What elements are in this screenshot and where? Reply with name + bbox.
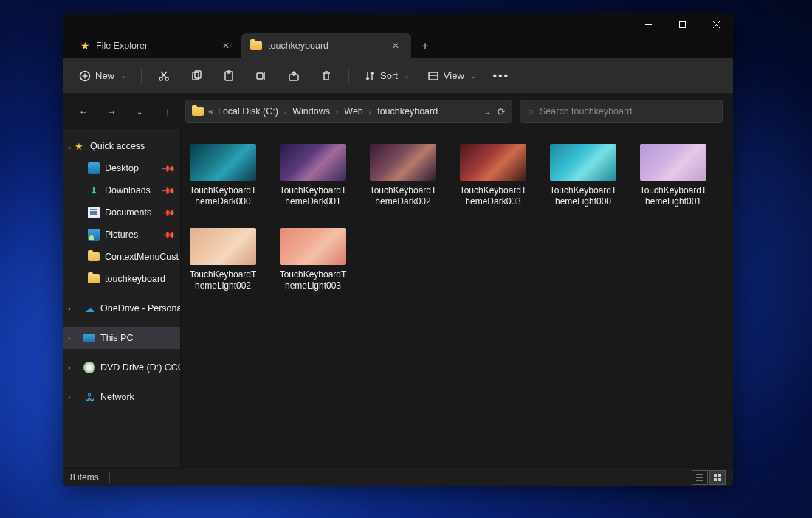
close-icon[interactable]: ✕	[219, 39, 233, 52]
file-item[interactable]: TouchKeyboardThemeDark002	[368, 144, 438, 207]
file-item[interactable]: TouchKeyboardThemeLight003	[278, 228, 348, 291]
breadcrumb[interactable]: Windows	[292, 106, 330, 117]
chevron-down-icon: ⌄	[470, 72, 476, 80]
tab-file-explorer[interactable]: ★ File Explorer ✕	[72, 33, 241, 58]
thumbnail	[640, 144, 706, 181]
maximize-button[interactable]	[665, 13, 699, 36]
file-item[interactable]: TouchKeyboardThemeLight000	[548, 144, 618, 207]
thumbnails-view-button[interactable]	[709, 470, 726, 485]
sidebar-item-label: Documents	[105, 207, 151, 218]
minimize-button[interactable]	[631, 13, 665, 36]
file-name: TouchKeyboardThemeLight003	[278, 269, 348, 291]
close-icon[interactable]: ✕	[389, 39, 402, 52]
svg-line-9	[162, 72, 167, 77]
sort-button[interactable]: Sort ⌄	[357, 63, 417, 89]
sidebar-item-desktop[interactable]: Desktop📌	[63, 157, 180, 179]
item-count: 8 items	[70, 472, 99, 483]
view-button[interactable]: View ⌄	[420, 63, 484, 89]
chevron-right-icon[interactable]: ›	[64, 393, 75, 401]
breadcrumb[interactable]: Web	[344, 106, 362, 117]
delete-button[interactable]	[312, 63, 341, 89]
thumbnail	[190, 228, 256, 265]
cut-button[interactable]	[149, 63, 179, 89]
sidebar-item-contextmenucust[interactable]: ContextMenuCust	[63, 246, 180, 268]
sidebar-item-this-pc[interactable]: ›This PC	[63, 327, 180, 349]
file-name: TouchKeyboardThemeLight002	[188, 269, 258, 291]
back-button[interactable]: ←	[73, 101, 94, 122]
rename-button[interactable]	[247, 63, 276, 89]
chevron-right-icon[interactable]: ›	[64, 305, 75, 313]
tab-label: File Explorer	[96, 41, 148, 51]
status-bar: 8 items	[63, 467, 733, 486]
search-box[interactable]: ⌕ Search touchkeyboard	[520, 100, 723, 123]
file-item[interactable]: TouchKeyboardThemeLight001	[639, 144, 708, 207]
up-button[interactable]: ↑	[157, 101, 178, 122]
file-list[interactable]: TouchKeyboardThemeDark000 TouchKeyboardT…	[181, 129, 733, 467]
sidebar-item-downloads[interactable]: ⬇Downloads📌	[63, 179, 180, 201]
sidebar-item-label: This PC	[100, 333, 133, 343]
chevron-right-icon: ›	[334, 108, 340, 116]
sidebar-item-label: Desktop	[105, 163, 139, 173]
download-icon: ⬇	[88, 184, 100, 196]
file-item[interactable]: TouchKeyboardThemeDark000	[188, 144, 258, 207]
star-icon: ★	[80, 40, 90, 52]
file-item[interactable]: TouchKeyboardThemeLight002	[188, 228, 258, 291]
sidebar-item-label: Downloads	[105, 185, 151, 196]
address-bar[interactable]: « Local Disk (C:) › Windows › Web › touc…	[185, 100, 512, 123]
chevron-right-icon: ›	[283, 108, 288, 116]
chevron-right-icon[interactable]: ›	[64, 364, 75, 372]
sidebar-quick-access[interactable]: ⌄ ★ Quick access	[63, 135, 180, 157]
pictures-icon	[88, 229, 100, 241]
sidebar-item-dvd[interactable]: ›DVD Drive (D:) CCCO	[63, 356, 180, 379]
svg-rect-15	[257, 73, 263, 79]
file-item[interactable]: TouchKeyboardThemeDark001	[278, 144, 348, 207]
new-label: New	[95, 70, 114, 81]
paste-button[interactable]	[214, 63, 244, 89]
new-button[interactable]: New ⌄	[72, 63, 134, 89]
chevron-down-icon[interactable]: ⌄	[484, 108, 490, 116]
sidebar-item-label: Pictures	[105, 229, 138, 240]
folder-icon	[88, 252, 100, 261]
refresh-button[interactable]: ⟳	[498, 106, 506, 117]
sidebar-item-documents[interactable]: Documents📌	[63, 201, 180, 224]
file-item[interactable]: TouchKeyboardThemeDark003	[458, 144, 528, 207]
tab-touchkeyboard[interactable]: touchkeyboard ✕	[241, 33, 411, 58]
chevron-right-icon[interactable]: ›	[64, 334, 75, 342]
more-options-button[interactable]: •••	[486, 63, 516, 89]
chevron-left-collapse-icon: «	[208, 106, 213, 117]
file-name: TouchKeyboardThemeDark000	[188, 185, 258, 207]
folder-icon	[192, 107, 204, 116]
view-mode-toggles	[692, 470, 726, 485]
breadcrumb[interactable]: Local Disk (C:)	[218, 106, 278, 117]
svg-rect-25	[714, 478, 717, 481]
thumbnail	[550, 144, 616, 181]
file-explorer-window: ★ File Explorer ✕ touchkeyboard ✕ ＋ New …	[63, 13, 733, 486]
file-name: TouchKeyboardThemeDark003	[458, 185, 528, 207]
sidebar-item-touchkeyboard[interactable]: touchkeyboard	[63, 268, 180, 290]
sort-label: Sort	[380, 70, 398, 81]
sidebar-item-pictures[interactable]: Pictures📌	[63, 224, 180, 246]
divider	[141, 68, 142, 84]
chevron-down-icon[interactable]: ⌄	[64, 142, 75, 151]
star-icon: ★	[73, 140, 85, 152]
breadcrumb[interactable]: touchkeyboard	[377, 106, 438, 117]
navigation-bar: ← → ⌄ ↑ « Local Disk (C:) › Windows › We…	[63, 94, 733, 129]
sidebar-item-label: touchkeyboard	[105, 274, 165, 284]
file-name: TouchKeyboardThemeDark002	[368, 185, 438, 207]
close-window-button[interactable]	[699, 13, 733, 36]
copy-button[interactable]	[182, 63, 211, 89]
chevron-right-icon: ›	[368, 108, 373, 116]
chevron-down-icon: ⌄	[120, 72, 126, 80]
cloud-icon: ☁	[83, 303, 95, 314]
pin-icon: 📌	[161, 183, 176, 198]
sidebar-item-network[interactable]: ›🖧Network	[63, 386, 180, 408]
sidebar-item-onedrive[interactable]: ›☁OneDrive - Personal	[63, 297, 180, 320]
recent-locations-button[interactable]: ⌄	[129, 101, 150, 122]
thumbnail	[280, 228, 346, 265]
sidebar-item-label: Quick access	[90, 141, 145, 151]
new-tab-button[interactable]: ＋	[414, 35, 436, 57]
details-view-button[interactable]	[692, 470, 708, 485]
folder-icon	[250, 41, 262, 50]
share-button[interactable]	[279, 63, 309, 89]
forward-button[interactable]: →	[101, 101, 122, 122]
